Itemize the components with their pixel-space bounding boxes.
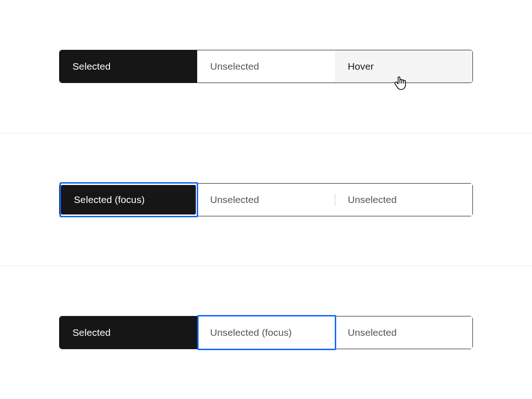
segment-label: Selected <box>73 327 111 338</box>
segment-selected-focus[interactable]: Selected (focus) <box>61 185 196 214</box>
segment-label: Unselected (focus) <box>210 327 292 338</box>
segment-hover[interactable]: Hover <box>335 50 472 83</box>
segment-unselected[interactable]: Unselected <box>335 184 472 216</box>
segment-label: Hover <box>348 61 374 72</box>
segment-label: Selected (focus) <box>74 194 145 205</box>
example-row-2: Selected (focus) Unselected Unselected <box>0 133 532 266</box>
segment-unselected[interactable]: Unselected <box>197 50 335 83</box>
segment-label: Unselected <box>348 194 397 205</box>
segment-selected[interactable]: Selected <box>60 316 197 349</box>
content-switcher: Selected Unselected Hover <box>59 50 473 83</box>
segment-label: Unselected <box>210 61 259 72</box>
segment-label: Unselected <box>348 327 397 338</box>
example-row-3: Selected Unselected (focus) Unselected <box>0 266 532 399</box>
segment-unselected[interactable]: Unselected <box>335 316 472 349</box>
content-switcher: Selected Unselected (focus) Unselected <box>59 316 473 349</box>
content-switcher: Selected (focus) Unselected Unselected <box>59 183 473 216</box>
segment-unselected[interactable]: Unselected <box>197 184 335 216</box>
segment-label: Unselected <box>210 194 259 205</box>
example-row-1: Selected Unselected Hover <box>0 0 532 133</box>
segment-selected[interactable]: Selected <box>60 50 197 83</box>
segment-label: Selected <box>73 61 111 72</box>
segment-unselected-focus[interactable]: Unselected (focus) <box>197 316 335 349</box>
